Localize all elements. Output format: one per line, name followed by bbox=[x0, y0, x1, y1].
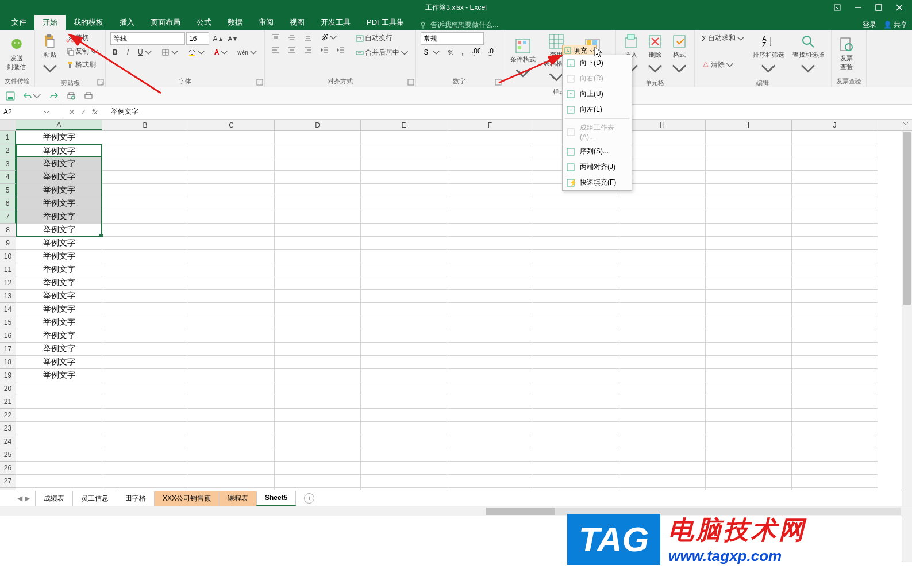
cancel-formula-icon[interactable]: ✕ bbox=[69, 108, 75, 116]
tab-页面布局[interactable]: 页面布局 bbox=[143, 15, 188, 30]
cell[interactable] bbox=[275, 435, 361, 448]
cell[interactable] bbox=[188, 197, 275, 210]
cell[interactable] bbox=[792, 343, 878, 356]
cell[interactable] bbox=[188, 462, 275, 475]
cell[interactable] bbox=[275, 316, 361, 329]
cell[interactable] bbox=[706, 290, 792, 303]
sheet-tab[interactable]: 成绩表 bbox=[35, 491, 73, 506]
cell[interactable] bbox=[447, 224, 533, 237]
cell[interactable] bbox=[619, 250, 706, 263]
row-header[interactable]: 2 bbox=[0, 144, 16, 157]
cell[interactable] bbox=[102, 131, 188, 144]
cell[interactable]: 举例文字 bbox=[16, 131, 102, 144]
cell[interactable] bbox=[275, 144, 361, 157]
cell[interactable] bbox=[102, 276, 188, 290]
column-header-J[interactable]: J bbox=[792, 120, 878, 130]
cell[interactable] bbox=[361, 488, 447, 490]
cell[interactable] bbox=[275, 343, 361, 356]
cell[interactable] bbox=[619, 144, 706, 157]
cell[interactable] bbox=[447, 409, 533, 422]
cell[interactable] bbox=[275, 250, 361, 263]
delete-cells-button[interactable]: 删除 bbox=[645, 32, 665, 78]
cell[interactable] bbox=[361, 224, 447, 237]
dialog-launcher-icon[interactable] bbox=[495, 79, 502, 86]
cell[interactable] bbox=[102, 343, 188, 356]
cell[interactable] bbox=[361, 462, 447, 475]
cell[interactable] bbox=[188, 184, 275, 197]
cell[interactable]: 举例文字 bbox=[16, 290, 102, 303]
cell[interactable] bbox=[188, 369, 275, 382]
cell[interactable] bbox=[447, 237, 533, 250]
cell[interactable] bbox=[619, 290, 706, 303]
cell[interactable] bbox=[102, 303, 188, 316]
cell[interactable] bbox=[447, 422, 533, 435]
cell[interactable] bbox=[275, 276, 361, 290]
cell[interactable] bbox=[792, 448, 878, 462]
decrease-indent-button[interactable] bbox=[318, 45, 330, 55]
row-header[interactable]: 13 bbox=[0, 290, 16, 303]
cell[interactable] bbox=[188, 131, 275, 144]
cell[interactable] bbox=[16, 382, 102, 395]
row-header[interactable]: 14 bbox=[0, 303, 16, 316]
cell[interactable] bbox=[102, 382, 188, 395]
cell[interactable] bbox=[275, 290, 361, 303]
cell[interactable] bbox=[792, 422, 878, 435]
fill-menu-left[interactable]: ←向左(L) bbox=[563, 102, 632, 117]
cell[interactable] bbox=[533, 224, 619, 237]
minimize-icon[interactable] bbox=[850, 2, 866, 13]
cell[interactable] bbox=[706, 197, 792, 210]
cell[interactable] bbox=[533, 237, 619, 250]
cell[interactable] bbox=[16, 144, 102, 157]
dialog-launcher-icon[interactable] bbox=[97, 79, 104, 86]
format-painter-button[interactable]: 格式刷 bbox=[64, 59, 101, 71]
cell[interactable]: 举例文字 bbox=[16, 184, 102, 197]
cell[interactable] bbox=[533, 395, 619, 409]
cell[interactable] bbox=[275, 197, 361, 210]
cell[interactable] bbox=[102, 157, 188, 171]
cell[interactable] bbox=[188, 409, 275, 422]
cell[interactable] bbox=[706, 369, 792, 382]
cell[interactable] bbox=[361, 369, 447, 382]
add-sheet-button[interactable]: + bbox=[304, 493, 314, 504]
cell[interactable] bbox=[533, 409, 619, 422]
cell[interactable] bbox=[16, 448, 102, 462]
font-size-select[interactable] bbox=[186, 32, 209, 45]
tab-插入[interactable]: 插入 bbox=[111, 15, 143, 30]
cell[interactable] bbox=[275, 131, 361, 144]
cell[interactable] bbox=[706, 316, 792, 329]
cell[interactable] bbox=[102, 356, 188, 369]
cell[interactable] bbox=[188, 435, 275, 448]
cell[interactable] bbox=[188, 157, 275, 171]
cell[interactable] bbox=[102, 316, 188, 329]
cell[interactable] bbox=[361, 171, 447, 184]
cell[interactable] bbox=[533, 303, 619, 316]
cell[interactable]: 举例文字 bbox=[16, 303, 102, 316]
formula-bar-expand-icon[interactable] bbox=[902, 120, 910, 128]
conditional-format-button[interactable]: 条件格式 bbox=[508, 32, 538, 86]
cell[interactable] bbox=[706, 343, 792, 356]
cell[interactable] bbox=[16, 395, 102, 409]
cell[interactable] bbox=[706, 237, 792, 250]
row-header[interactable]: 4 bbox=[0, 171, 16, 184]
cell[interactable] bbox=[706, 276, 792, 290]
sort-filter-button[interactable]: AZ排序和筛选 bbox=[751, 32, 787, 78]
merge-center-button[interactable]: 合并后居中 bbox=[353, 47, 411, 59]
cell[interactable] bbox=[706, 395, 792, 409]
cell[interactable] bbox=[792, 224, 878, 237]
cell[interactable] bbox=[361, 184, 447, 197]
increase-decimal-button[interactable]: .00 bbox=[470, 47, 482, 57]
enter-formula-icon[interactable]: ✓ bbox=[80, 108, 86, 116]
column-header-A[interactable]: A bbox=[16, 120, 102, 130]
vertical-scrollbar[interactable] bbox=[902, 131, 912, 562]
cell[interactable] bbox=[102, 395, 188, 409]
print-preview-icon[interactable] bbox=[67, 91, 76, 101]
cell[interactable] bbox=[533, 382, 619, 395]
autosum-button[interactable]: Σ自动求和 bbox=[699, 32, 747, 44]
sheet-tab[interactable]: XXX公司销售额 bbox=[154, 491, 220, 506]
cell[interactable] bbox=[447, 343, 533, 356]
cell[interactable] bbox=[533, 329, 619, 343]
cell[interactable] bbox=[447, 184, 533, 197]
save-icon[interactable] bbox=[6, 91, 15, 101]
cell[interactable] bbox=[275, 462, 361, 475]
cell[interactable] bbox=[792, 435, 878, 448]
